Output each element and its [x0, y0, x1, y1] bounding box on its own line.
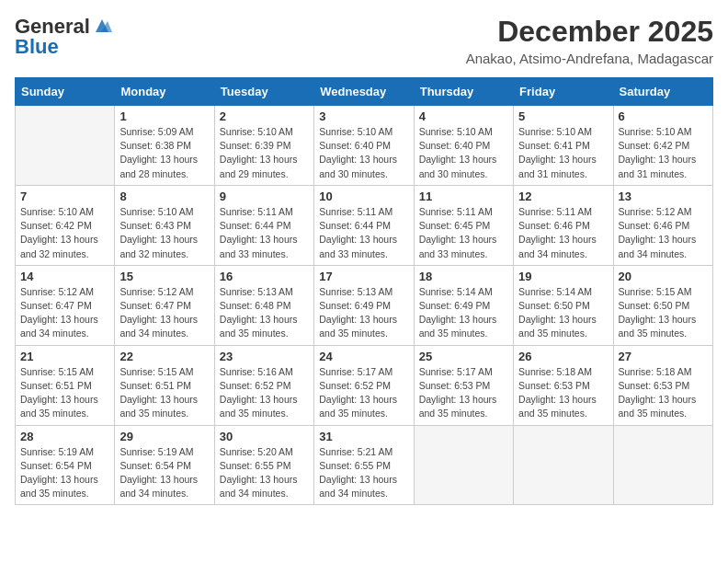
- calendar-cell: 1Sunrise: 5:09 AMSunset: 6:38 PMDaylight…: [115, 106, 214, 186]
- day-info: Sunrise: 5:14 AMSunset: 6:49 PMDaylight:…: [419, 285, 508, 341]
- day-number: 14: [20, 270, 109, 283]
- day-info: Sunrise: 5:10 AMSunset: 6:40 PMDaylight:…: [419, 125, 508, 181]
- day-number: 16: [220, 270, 309, 283]
- page-header: General Blue December 2025 Anakao, Atsim…: [15, 15, 713, 66]
- day-info: Sunrise: 5:19 AMSunset: 6:54 PMDaylight:…: [20, 445, 109, 501]
- day-info: Sunrise: 5:11 AMSunset: 6:45 PMDaylight:…: [419, 205, 508, 261]
- calendar-cell: 10Sunrise: 5:11 AMSunset: 6:44 PMDayligh…: [314, 185, 414, 265]
- day-info: Sunrise: 5:10 AMSunset: 6:43 PMDaylight:…: [119, 205, 209, 261]
- calendar-cell: 24Sunrise: 5:17 AMSunset: 6:52 PMDayligh…: [314, 345, 414, 425]
- day-number: 28: [20, 430, 109, 443]
- day-number: 6: [619, 109, 708, 123]
- day-info: Sunrise: 5:12 AMSunset: 6:47 PMDaylight:…: [119, 285, 209, 341]
- day-number: 19: [518, 270, 608, 283]
- calendar-cell: [16, 106, 115, 186]
- calendar-cell: 7Sunrise: 5:10 AMSunset: 6:42 PMDaylight…: [16, 185, 115, 265]
- day-number: 5: [518, 109, 608, 123]
- day-info: Sunrise: 5:12 AMSunset: 6:46 PMDaylight:…: [619, 205, 708, 261]
- day-number: 10: [319, 190, 408, 203]
- day-number: 31: [319, 430, 408, 443]
- calendar-week-row: 21Sunrise: 5:15 AMSunset: 6:51 PMDayligh…: [16, 345, 713, 425]
- day-info: Sunrise: 5:17 AMSunset: 6:53 PMDaylight:…: [419, 365, 508, 421]
- day-number: 29: [119, 430, 209, 443]
- calendar-cell: 6Sunrise: 5:10 AMSunset: 6:42 PMDaylight…: [613, 106, 712, 186]
- weekday-header-saturday: Saturday: [613, 78, 712, 106]
- calendar-cell: [414, 425, 513, 505]
- day-info: Sunrise: 5:10 AMSunset: 6:42 PMDaylight:…: [619, 125, 708, 181]
- day-number: 15: [119, 270, 209, 283]
- weekday-header-tuesday: Tuesday: [214, 78, 313, 106]
- calendar-cell: 11Sunrise: 5:11 AMSunset: 6:45 PMDayligh…: [414, 185, 513, 265]
- day-number: 9: [220, 190, 309, 203]
- weekday-header-friday: Friday: [514, 78, 613, 106]
- calendar-header-row: SundayMondayTuesdayWednesdayThursdayFrid…: [16, 78, 713, 106]
- day-number: 3: [319, 109, 408, 123]
- day-info: Sunrise: 5:20 AMSunset: 6:55 PMDaylight:…: [220, 445, 309, 501]
- calendar-week-row: 14Sunrise: 5:12 AMSunset: 6:47 PMDayligh…: [16, 265, 713, 345]
- calendar-cell: 29Sunrise: 5:19 AMSunset: 6:54 PMDayligh…: [115, 425, 214, 505]
- calendar-cell: 9Sunrise: 5:11 AMSunset: 6:44 PMDaylight…: [214, 185, 313, 265]
- calendar-cell: 3Sunrise: 5:10 AMSunset: 6:40 PMDaylight…: [314, 106, 414, 186]
- day-info: Sunrise: 5:15 AMSunset: 6:51 PMDaylight:…: [119, 365, 209, 421]
- weekday-header-wednesday: Wednesday: [314, 78, 414, 106]
- day-number: 24: [319, 350, 408, 363]
- logo-icon: [92, 16, 112, 36]
- calendar-cell: 12Sunrise: 5:11 AMSunset: 6:46 PMDayligh…: [514, 185, 613, 265]
- calendar-table: SundayMondayTuesdayWednesdayThursdayFrid…: [15, 77, 713, 505]
- logo-blue: Blue: [15, 35, 59, 59]
- calendar-cell: [613, 425, 712, 505]
- logo: General Blue: [15, 15, 112, 59]
- calendar-cell: 21Sunrise: 5:15 AMSunset: 6:51 PMDayligh…: [16, 345, 115, 425]
- calendar-cell: 27Sunrise: 5:18 AMSunset: 6:53 PMDayligh…: [613, 345, 712, 425]
- day-info: Sunrise: 5:17 AMSunset: 6:52 PMDaylight:…: [319, 365, 408, 421]
- day-number: 25: [419, 350, 508, 363]
- title-block: December 2025 Anakao, Atsimo-Andrefana, …: [466, 15, 713, 66]
- day-info: Sunrise: 5:19 AMSunset: 6:54 PMDaylight:…: [119, 445, 209, 501]
- calendar-cell: 15Sunrise: 5:12 AMSunset: 6:47 PMDayligh…: [115, 265, 214, 345]
- day-info: Sunrise: 5:18 AMSunset: 6:53 PMDaylight:…: [518, 365, 608, 421]
- calendar-cell: [514, 425, 613, 505]
- day-number: 23: [220, 350, 309, 363]
- day-number: 30: [220, 430, 309, 443]
- day-number: 22: [119, 350, 209, 363]
- weekday-header-sunday: Sunday: [16, 78, 115, 106]
- day-number: 11: [419, 190, 508, 203]
- day-number: 12: [518, 190, 608, 203]
- calendar-cell: 18Sunrise: 5:14 AMSunset: 6:49 PMDayligh…: [414, 265, 513, 345]
- day-number: 7: [20, 190, 109, 203]
- day-number: 17: [319, 270, 408, 283]
- calendar-cell: 26Sunrise: 5:18 AMSunset: 6:53 PMDayligh…: [514, 345, 613, 425]
- day-number: 1: [119, 109, 209, 123]
- calendar-cell: 5Sunrise: 5:10 AMSunset: 6:41 PMDaylight…: [514, 106, 613, 186]
- calendar-cell: 22Sunrise: 5:15 AMSunset: 6:51 PMDayligh…: [115, 345, 214, 425]
- calendar-cell: 16Sunrise: 5:13 AMSunset: 6:48 PMDayligh…: [214, 265, 313, 345]
- location-title: Anakao, Atsimo-Andrefana, Madagascar: [466, 51, 713, 66]
- day-info: Sunrise: 5:10 AMSunset: 6:42 PMDaylight:…: [20, 205, 109, 261]
- calendar-cell: 25Sunrise: 5:17 AMSunset: 6:53 PMDayligh…: [414, 345, 513, 425]
- day-info: Sunrise: 5:16 AMSunset: 6:52 PMDaylight:…: [220, 365, 309, 421]
- day-number: 4: [419, 109, 508, 123]
- day-info: Sunrise: 5:13 AMSunset: 6:49 PMDaylight:…: [319, 285, 408, 341]
- day-info: Sunrise: 5:12 AMSunset: 6:47 PMDaylight:…: [20, 285, 109, 341]
- day-info: Sunrise: 5:11 AMSunset: 6:46 PMDaylight:…: [518, 205, 608, 261]
- day-info: Sunrise: 5:10 AMSunset: 6:40 PMDaylight:…: [319, 125, 408, 181]
- calendar-cell: 20Sunrise: 5:15 AMSunset: 6:50 PMDayligh…: [613, 265, 712, 345]
- calendar-week-row: 1Sunrise: 5:09 AMSunset: 6:38 PMDaylight…: [16, 106, 713, 186]
- calendar-cell: 17Sunrise: 5:13 AMSunset: 6:49 PMDayligh…: [314, 265, 414, 345]
- day-info: Sunrise: 5:14 AMSunset: 6:50 PMDaylight:…: [518, 285, 608, 341]
- day-info: Sunrise: 5:10 AMSunset: 6:39 PMDaylight:…: [220, 125, 309, 181]
- calendar-cell: 2Sunrise: 5:10 AMSunset: 6:39 PMDaylight…: [214, 106, 313, 186]
- calendar-cell: 23Sunrise: 5:16 AMSunset: 6:52 PMDayligh…: [214, 345, 313, 425]
- day-info: Sunrise: 5:11 AMSunset: 6:44 PMDaylight:…: [220, 205, 309, 261]
- day-number: 18: [419, 270, 508, 283]
- weekday-header-thursday: Thursday: [414, 78, 513, 106]
- calendar-cell: 4Sunrise: 5:10 AMSunset: 6:40 PMDaylight…: [414, 106, 513, 186]
- month-title: December 2025: [466, 15, 713, 49]
- day-number: 20: [619, 270, 708, 283]
- calendar-cell: 19Sunrise: 5:14 AMSunset: 6:50 PMDayligh…: [514, 265, 613, 345]
- day-number: 8: [119, 190, 209, 203]
- day-info: Sunrise: 5:21 AMSunset: 6:55 PMDaylight:…: [319, 445, 408, 501]
- day-number: 21: [20, 350, 109, 363]
- calendar-cell: 13Sunrise: 5:12 AMSunset: 6:46 PMDayligh…: [613, 185, 712, 265]
- day-number: 27: [619, 350, 708, 363]
